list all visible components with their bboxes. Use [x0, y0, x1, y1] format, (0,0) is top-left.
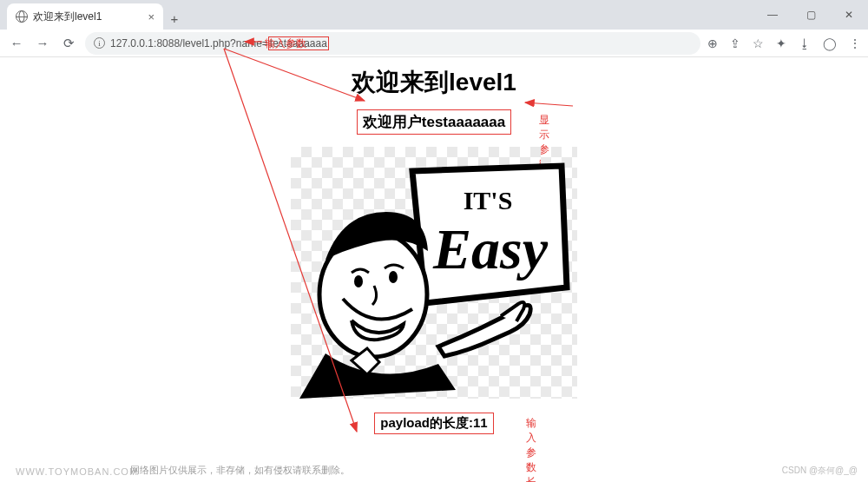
profile-icon[interactable]: ◯: [823, 36, 837, 50]
watermark-disclaimer: 网络图片仅供展示，非存储，如有侵权请联系删除。: [130, 464, 350, 477]
annotation-payload-length: 输入参数长度: [526, 416, 536, 482]
illustration-image: IT'S Easy: [291, 147, 577, 399]
annotation-input-param: 输入参数: [265, 36, 306, 51]
browser-titlebar: 欢迎来到level1 × + — ▢ ✕: [0, 0, 868, 30]
toolbar-right-icons: ⊕ ⇪ ☆ ✦ ⭳ ◯ ⋮: [707, 36, 861, 50]
site-info-icon[interactable]: i: [94, 37, 105, 49]
payload-length-text: payload的长度:11: [374, 413, 493, 434]
watermark-credit: CSDN @奈何@_@: [782, 465, 858, 477]
welcome-user-text: 欢迎用户testaaaaaaa: [357, 109, 511, 135]
share-icon[interactable]: ⇪: [730, 36, 740, 50]
tab-title: 欢迎来到level1: [33, 10, 102, 24]
bookmark-icon[interactable]: ☆: [753, 36, 764, 50]
svg-point-3: [389, 271, 398, 283]
window-minimize-button[interactable]: —: [753, 9, 792, 21]
search-icon[interactable]: ⊕: [707, 36, 718, 50]
globe-icon: [16, 10, 28, 23]
svg-point-2: [354, 275, 363, 287]
window-close-button[interactable]: ✕: [830, 9, 868, 21]
new-tab-button[interactable]: +: [163, 7, 186, 30]
back-button[interactable]: ←: [7, 34, 26, 53]
watermark-site: WWW.TOYMOBAN.COM: [16, 466, 138, 477]
download-icon[interactable]: ⭳: [799, 36, 811, 50]
browser-toolbar: ← → ⟳ i 127.0.0.1:8088/level1.php?name=t…: [0, 30, 868, 57]
address-bar[interactable]: i 127.0.0.1:8088/level1.php?name=testaaa…: [85, 32, 700, 55]
window-controls: — ▢ ✕: [753, 0, 868, 30]
menu-icon[interactable]: ⋮: [849, 36, 861, 50]
extensions-icon[interactable]: ✦: [776, 36, 786, 50]
forward-button[interactable]: →: [33, 34, 52, 53]
its-easy-drawing: IT'S Easy: [291, 147, 577, 399]
page-content: 欢迎来到level1 欢迎用户testaaaaaaa 显示参数 IT'S Eas…: [0, 57, 868, 434]
browser-tab[interactable]: 欢迎来到level1 ×: [7, 3, 163, 30]
tab-close-icon[interactable]: ×: [148, 10, 155, 23]
illustration-top-text: IT'S: [464, 186, 513, 215]
illustration-main-text: Easy: [432, 217, 549, 281]
window-maximize-button[interactable]: ▢: [792, 9, 830, 21]
page-title: 欢迎来到level1: [0, 66, 868, 99]
reload-button[interactable]: ⟳: [59, 34, 78, 53]
